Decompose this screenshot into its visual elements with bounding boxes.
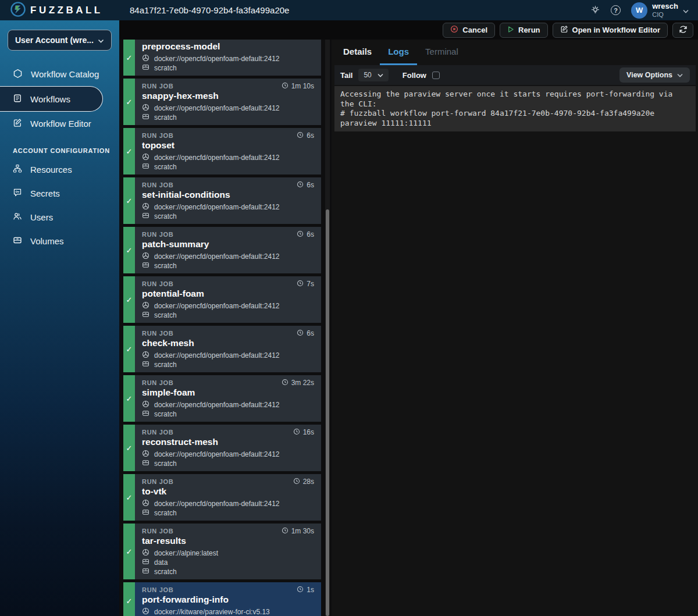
view-options-button[interactable]: View Options (619, 67, 690, 83)
volume-icon (142, 212, 149, 221)
volume-icon (142, 162, 149, 172)
job-resource-text: scratch (154, 262, 177, 270)
job-card[interactable]: ✓ RUN JOB 3m 22s (123, 375, 321, 422)
job-type-label: RUN JOB (142, 132, 173, 139)
follow-label: Follow (403, 71, 426, 80)
job-resource-text: data (154, 558, 168, 567)
scrollbar-thumb[interactable] (326, 209, 329, 616)
check-icon: ✓ (126, 98, 133, 106)
job-resource-row: scratch (142, 64, 314, 72)
sidebar-item-volumes[interactable]: Volumes (0, 229, 119, 253)
job-name: tar-results (142, 536, 314, 548)
check-icon: ✓ (126, 246, 133, 255)
job-name: check-mesh (142, 338, 314, 350)
open-in-workflow-editor-button[interactable]: Open in Workflow Editor (553, 23, 668, 38)
chevron-down-icon (677, 71, 683, 79)
tab-terminal[interactable]: Terminal (417, 40, 466, 65)
sidebar-item-workflow-editor[interactable]: Workflow Editor (0, 112, 119, 136)
clock-icon (297, 586, 304, 594)
container-icon (142, 153, 149, 162)
sidebar-item-workflows[interactable]: Workflows (0, 86, 103, 112)
workflow-actionbar: Cancel Rerun Open in Workflow Editor (119, 20, 698, 40)
job-duration: 1m 30s (282, 527, 314, 536)
cancel-button[interactable]: Cancel (443, 23, 495, 38)
clock-icon (282, 82, 289, 91)
volume-icon (142, 508, 149, 518)
job-card[interactable]: ✓ RUN JOB preprocess-model (123, 40, 321, 76)
lamp-icon[interactable] (590, 5, 600, 15)
container-icon (142, 400, 149, 410)
sidebar-section-label: ACCOUNT CONFIGURATION (0, 147, 119, 154)
cancel-icon (450, 25, 458, 35)
job-card[interactable]: ✓ RUN JOB 6s (123, 326, 321, 372)
job-type-label: RUN JOB (142, 528, 173, 535)
job-name: potential-foam (142, 289, 314, 301)
tab-logs[interactable]: Logs (380, 40, 417, 65)
job-resource-text: scratch (154, 163, 177, 171)
sidebar-item-resources[interactable]: Resources (0, 158, 119, 181)
clock-icon (293, 478, 300, 486)
job-type-label: RUN JOB (142, 280, 173, 287)
fuzzball-logo-icon (10, 2, 26, 19)
job-resource-row: docker://opencfd/openfoam-default:2412 (142, 104, 314, 112)
container-icon (142, 499, 149, 508)
job-card[interactable]: ✓ RUN JOB 1m 10s (123, 79, 321, 125)
container-icon (142, 549, 149, 558)
job-card[interactable]: ✓ RUN JOB 1m 30s (123, 524, 321, 579)
job-card[interactable]: ✓ RUN JOB 1s (123, 582, 321, 616)
volume-icon (142, 63, 149, 73)
refresh-button[interactable] (672, 23, 693, 38)
log-toolbar: Tail 50 Follow View Options (334, 65, 696, 85)
check-icon: ✓ (126, 147, 133, 156)
job-resource-row: docker://opencfd/openfoam-default:2412 (142, 203, 314, 211)
job-status-stripe: ✓ (123, 474, 135, 521)
job-resource-row: docker://opencfd/openfoam-default:2412 (142, 302, 314, 310)
job-status-stripe: ✓ (123, 375, 135, 422)
job-type-label: RUN JOB (142, 83, 173, 90)
tail-label: Tail (340, 71, 352, 80)
brand[interactable]: FUZZBALL (0, 2, 119, 19)
job-card[interactable]: ✓ RUN JOB 6s (123, 177, 321, 224)
job-status-stripe: ✓ (123, 524, 135, 579)
user-menu[interactable]: W wresch CIQ (631, 2, 689, 19)
clock-icon (282, 527, 289, 536)
help-icon[interactable]: ? (611, 5, 621, 15)
job-resource-row: scratch (142, 460, 314, 468)
tail-select[interactable]: 50 (358, 69, 388, 81)
sidebar-item-users[interactable]: Users (0, 205, 119, 229)
tab-details[interactable]: Details (335, 40, 380, 65)
job-duration: 1m 10s (282, 82, 314, 91)
job-duration: 7s (297, 280, 314, 289)
sidebar-item-secrets[interactable]: Secrets (0, 181, 119, 205)
job-resource-row: docker://opencfd/openfoam-default:2412 (142, 252, 314, 261)
sidebar-item-workflow-catalog[interactable]: Workflow Catalog (0, 62, 119, 86)
job-duration: 16s (293, 428, 314, 437)
volume-icon (142, 113, 149, 122)
job-duration: 6s (297, 131, 314, 140)
job-status-stripe: ✓ (123, 276, 135, 323)
job-resource-text: docker://opencfd/openfoam-default:2412 (154, 252, 279, 261)
job-name: set-initial-conditions (142, 190, 314, 202)
account-select[interactable]: User Account (wre... (8, 30, 112, 51)
job-card[interactable]: ✓ RUN JOB 6s (123, 227, 321, 273)
job-resource-row: docker://opencfd/openfoam-default:2412 (142, 55, 314, 63)
job-resource-text: docker://opencfd/openfoam-default:2412 (154, 351, 279, 359)
edit-icon (560, 25, 568, 35)
job-card[interactable]: ✓ RUN JOB 7s (123, 276, 321, 323)
job-resource-text: scratch (154, 311, 177, 319)
job-card[interactable]: ✓ RUN JOB 6s (123, 128, 321, 175)
follow-checkbox[interactable] (432, 72, 440, 79)
job-resource-text: docker://kitware/paraview-for-ci:v5.13 (154, 608, 270, 616)
job-card[interactable]: ✓ RUN JOB 16s (123, 425, 321, 471)
job-status-stripe: ✓ (123, 79, 135, 125)
refresh-icon (679, 25, 688, 35)
job-resource-text: scratch (154, 509, 177, 517)
job-resource-row: scratch (142, 212, 314, 220)
job-resource-row: scratch (142, 163, 314, 171)
job-type-label: RUN JOB (142, 330, 173, 337)
volume-icon (142, 558, 149, 567)
clock-icon (297, 329, 304, 338)
job-card[interactable]: ✓ RUN JOB 28s (123, 474, 321, 521)
job-resource-text: docker://opencfd/openfoam-default:2412 (154, 450, 279, 458)
rerun-button[interactable]: Rerun (500, 23, 548, 38)
